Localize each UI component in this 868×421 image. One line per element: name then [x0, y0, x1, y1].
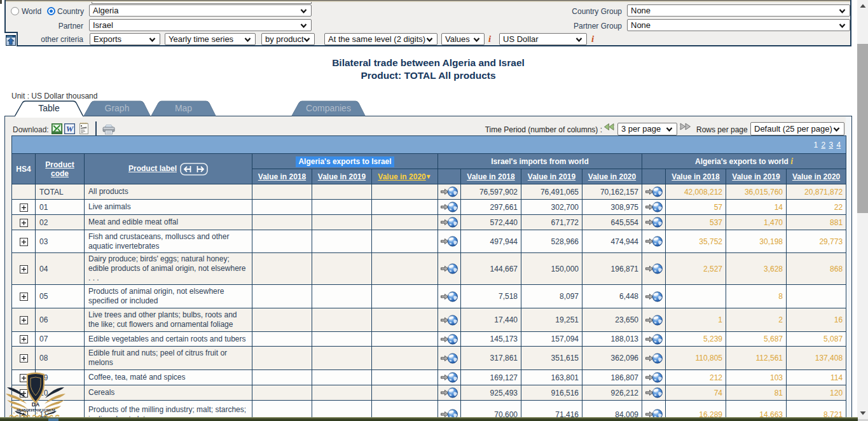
svg-text:DA: DA	[32, 401, 39, 408]
svg-text:W: W	[66, 124, 74, 134]
svg-text:ARAB DEFENSE FORUM: ARAB DEFENSE FORUM	[16, 408, 55, 412]
